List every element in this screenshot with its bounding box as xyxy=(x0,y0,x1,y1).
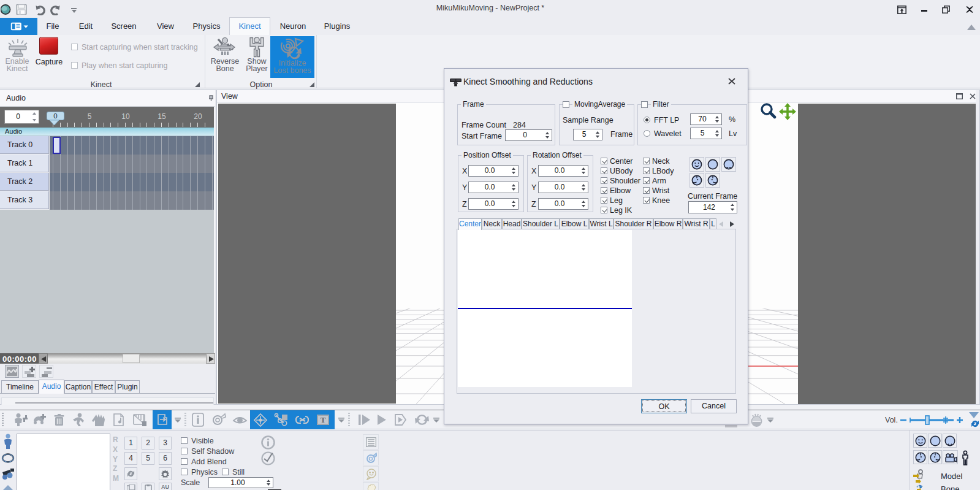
svg-text:T: T xyxy=(321,415,326,424)
